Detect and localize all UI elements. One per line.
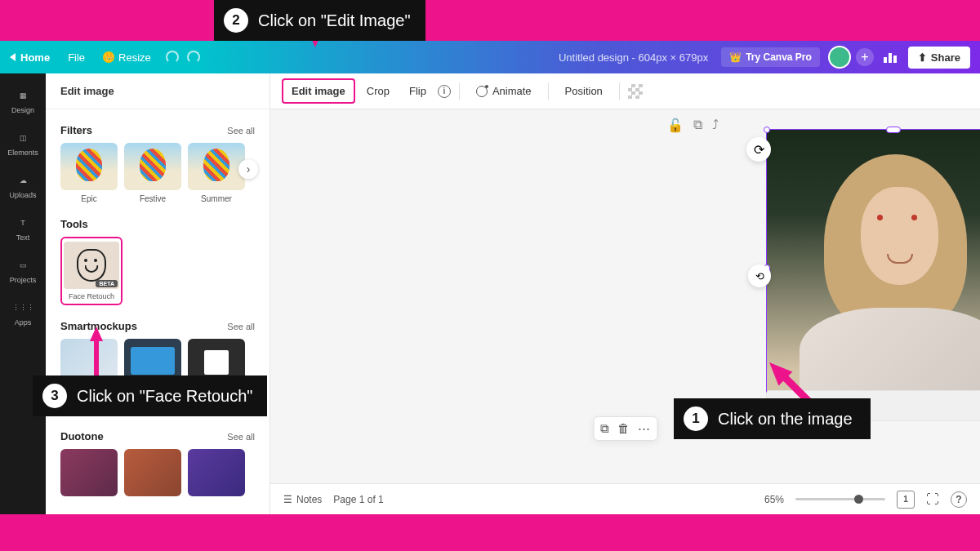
edit-image-panel: Edit image Filters See all Epic Festive … (46, 73, 270, 514)
sidebar-item-elements[interactable]: ◫Elements (0, 122, 46, 163)
export-icon[interactable]: ⤴ (712, 118, 719, 133)
text-icon: T (15, 215, 31, 231)
filter-summer[interactable]: Summer (188, 143, 245, 203)
filter-festive[interactable]: Festive (124, 143, 181, 203)
share-button[interactable]: ⬆ Share (908, 47, 970, 69)
sync-button[interactable]: ⟳ (746, 137, 771, 162)
duotone-heading: Duotone (60, 430, 104, 442)
duplicate-icon[interactable]: ⧉ (693, 118, 702, 133)
beta-badge: BETA (96, 280, 118, 287)
zoom-value: 65% (764, 494, 784, 505)
design-icon: ▦ (15, 87, 31, 104)
file-menu[interactable]: File (68, 51, 85, 64)
smartmockups-see-all[interactable]: See all (227, 322, 255, 331)
insights-icon[interactable] (884, 51, 898, 63)
add-member-button[interactable]: + (856, 48, 874, 66)
sidebar-item-design[interactable]: ▦Design (0, 80, 46, 121)
callout-text: Click on "Face Retouch" (77, 387, 252, 406)
info-icon[interactable]: i (438, 85, 451, 98)
sidebar-item-apps[interactable]: ⋮⋮⋮Apps (0, 292, 46, 333)
resize-button[interactable]: 👑 Resize (103, 51, 151, 64)
left-iconbar: ▦Design ◫Elements ☁Uploads TText ▭Projec… (0, 73, 46, 514)
document-title[interactable]: Untitled design - 604px × 679px (559, 51, 708, 64)
context-toolbar: Edit image Crop Flip i Animate Position (270, 73, 980, 109)
help-icon[interactable]: ? (951, 491, 967, 508)
rotate-button[interactable]: ⟲ (748, 264, 771, 287)
callout-3: 3 Click on "Face Retouch" (33, 375, 267, 416)
filters-next-button[interactable]: › (238, 159, 258, 179)
duotone-item[interactable] (60, 449, 118, 496)
lock-icon[interactable]: 🔓 (667, 118, 684, 133)
animate-icon (476, 86, 488, 97)
duotone-item[interactable] (124, 449, 181, 496)
copy-icon[interactable]: ⧉ (600, 421, 609, 436)
top-menubar: Home File 👑 Resize Untitled design - 604… (0, 41, 980, 73)
crop-button[interactable]: Crop (359, 80, 398, 102)
filters-see-all[interactable]: See all (227, 126, 255, 136)
uploads-icon: ☁ (15, 172, 31, 189)
resize-label: Resize (118, 51, 151, 64)
callout-number: 1 (684, 407, 708, 431)
page-indicator: Page 1 of 1 (333, 494, 383, 505)
tool-face-retouch[interactable]: BETA Face Retouch (60, 237, 122, 305)
try-pro-button[interactable]: 👑 Try Canva Pro (721, 47, 820, 67)
sidebar-item-uploads[interactable]: ☁Uploads (0, 165, 46, 206)
page-number-button[interactable]: 1 (897, 491, 915, 509)
apps-icon: ⋮⋮⋮ (15, 300, 31, 316)
selected-image[interactable] (766, 129, 980, 415)
crown-icon: 👑 (103, 51, 114, 63)
upload-icon: ⬆ (918, 51, 927, 64)
position-button[interactable]: Position (557, 80, 611, 102)
duotone-item[interactable] (188, 449, 245, 496)
bottom-bar: ☰ Notes Page 1 of 1 65% 1 ⛶ ? (270, 483, 980, 514)
resize-handle[interactable] (764, 127, 770, 133)
home-button[interactable]: Home (10, 51, 50, 64)
fullscreen-icon[interactable]: ⛶ (926, 492, 939, 507)
more-icon[interactable]: ⋯ (638, 421, 650, 436)
filter-epic[interactable]: Epic (60, 143, 118, 203)
notes-icon: ☰ (283, 494, 292, 505)
sidebar-item-text[interactable]: TText (0, 207, 46, 248)
callout-number: 2 (224, 8, 248, 33)
callout-text: Click on "Edit Image" (258, 11, 411, 30)
filters-heading: Filters (60, 124, 92, 136)
callout-2: 2 Click on "Edit Image" (214, 0, 425, 41)
chevron-left-icon (10, 53, 16, 61)
flip-button[interactable]: Flip (401, 80, 434, 102)
resize-handle[interactable] (886, 127, 901, 133)
arrow-icon (90, 327, 103, 341)
tools-heading: Tools (60, 218, 88, 230)
trash-icon[interactable]: 🗑 (617, 421, 630, 436)
callout-number: 3 (42, 384, 67, 408)
elements-icon: ◫ (15, 130, 31, 146)
face-icon (77, 249, 106, 282)
try-pro-label: Try Canva Pro (746, 51, 812, 63)
animate-button[interactable]: Animate (468, 80, 540, 102)
canvas[interactable]: 🔓 ⧉ ⤴ (270, 109, 980, 483)
edit-image-button[interactable]: Edit image (282, 78, 355, 104)
redo-button[interactable] (187, 51, 200, 64)
crown-icon: 👑 (729, 51, 742, 63)
undo-button[interactable] (166, 51, 179, 64)
floating-page-toolbar: ⧉ 🗑 ⋯ (593, 416, 657, 441)
notes-button[interactable]: ☰ Notes (283, 494, 322, 505)
duotone-see-all[interactable]: See all (227, 432, 255, 442)
home-label: Home (20, 51, 50, 64)
zoom-slider[interactable] (795, 498, 885, 500)
projects-icon: ▭ (15, 257, 31, 273)
panel-title: Edit image (46, 73, 270, 109)
avatar[interactable] (828, 46, 851, 69)
share-label: Share (931, 51, 960, 64)
transparency-button[interactable] (628, 84, 643, 99)
sidebar-item-projects[interactable]: ▭Projects (0, 250, 46, 291)
callout-text: Click on the image (718, 410, 853, 429)
callout-1: 1 Click on the image (674, 398, 871, 439)
